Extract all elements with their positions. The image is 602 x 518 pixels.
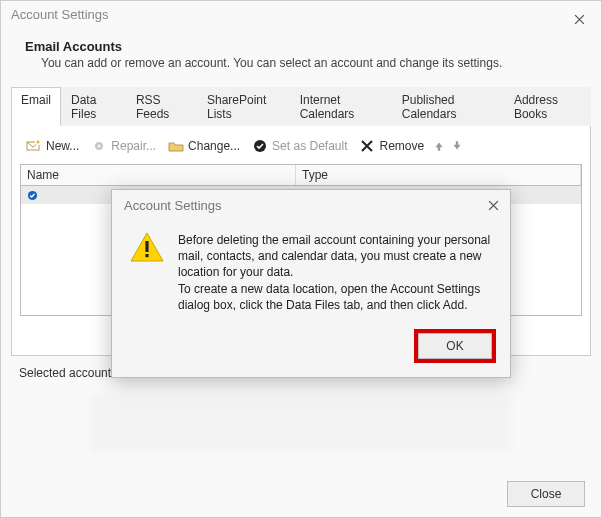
- window-title: Account Settings: [11, 7, 109, 22]
- tab-rss-feeds[interactable]: RSS Feeds: [126, 87, 197, 126]
- header: Email Accounts You can add or remove an …: [1, 31, 601, 86]
- folder-change-icon: [168, 138, 184, 154]
- dialog-title: Account Settings: [124, 198, 222, 213]
- dialog-footer: OK: [112, 323, 510, 377]
- warning-dialog: Account Settings Before deleting the ema…: [111, 189, 511, 378]
- change-label: Change...: [188, 139, 240, 153]
- tab-internet-calendars[interactable]: Internet Calendars: [290, 87, 392, 126]
- new-label: New...: [46, 139, 79, 153]
- dialog-para1: Before deleting the email account contai…: [178, 232, 494, 281]
- close-icon[interactable]: [567, 7, 591, 31]
- svg-point-3: [98, 145, 101, 148]
- toolbar: New... Repair... Change... Set as Defaul…: [20, 134, 582, 164]
- new-button[interactable]: New...: [22, 136, 83, 156]
- remove-button[interactable]: Remove: [355, 136, 428, 156]
- svg-rect-6: [145, 241, 148, 252]
- remove-label: Remove: [379, 139, 424, 153]
- warning-icon: [130, 232, 164, 262]
- tab-email[interactable]: Email: [11, 87, 61, 126]
- redacted-area: [91, 396, 511, 452]
- repair-button: Repair...: [87, 136, 160, 156]
- tabstrip: Email Data Files RSS Feeds SharePoint Li…: [11, 86, 591, 126]
- tab-published-calendars[interactable]: Published Calendars: [392, 87, 504, 126]
- check-circle-icon: [252, 138, 268, 154]
- header-title: Email Accounts: [25, 39, 577, 54]
- gear-icon: [91, 138, 107, 154]
- list-header: Name Type: [20, 164, 582, 186]
- column-name[interactable]: Name: [21, 165, 296, 185]
- footer: Close: [507, 481, 585, 507]
- tab-sharepoint-lists[interactable]: SharePoint Lists: [197, 87, 290, 126]
- set-default-button: Set as Default: [248, 136, 351, 156]
- tab-data-files[interactable]: Data Files: [61, 87, 126, 126]
- default-check-icon: [25, 188, 39, 202]
- set-default-label: Set as Default: [272, 139, 347, 153]
- ok-highlight: OK: [414, 329, 496, 363]
- move-down-icon[interactable]: [450, 139, 464, 153]
- dialog-titlebar: Account Settings: [112, 190, 510, 218]
- mail-new-icon: [26, 138, 42, 154]
- x-icon: [359, 138, 375, 154]
- column-type[interactable]: Type: [296, 165, 581, 185]
- dialog-body: Before deleting the email account contai…: [112, 218, 510, 323]
- dialog-close-icon[interactable]: [484, 196, 502, 214]
- header-subtitle: You can add or remove an account. You ca…: [41, 56, 577, 70]
- svg-rect-7: [145, 254, 148, 257]
- close-button[interactable]: Close: [507, 481, 585, 507]
- titlebar: Account Settings: [1, 1, 601, 31]
- account-settings-window: Account Settings Email Accounts You can …: [0, 0, 602, 518]
- repair-label: Repair...: [111, 139, 156, 153]
- dialog-para2: To create a new data location, open the …: [178, 281, 494, 313]
- change-button[interactable]: Change...: [164, 136, 244, 156]
- move-up-icon[interactable]: [432, 139, 446, 153]
- tab-address-books[interactable]: Address Books: [504, 87, 591, 126]
- ok-button[interactable]: OK: [418, 333, 492, 359]
- dialog-text: Before deleting the email account contai…: [178, 232, 494, 313]
